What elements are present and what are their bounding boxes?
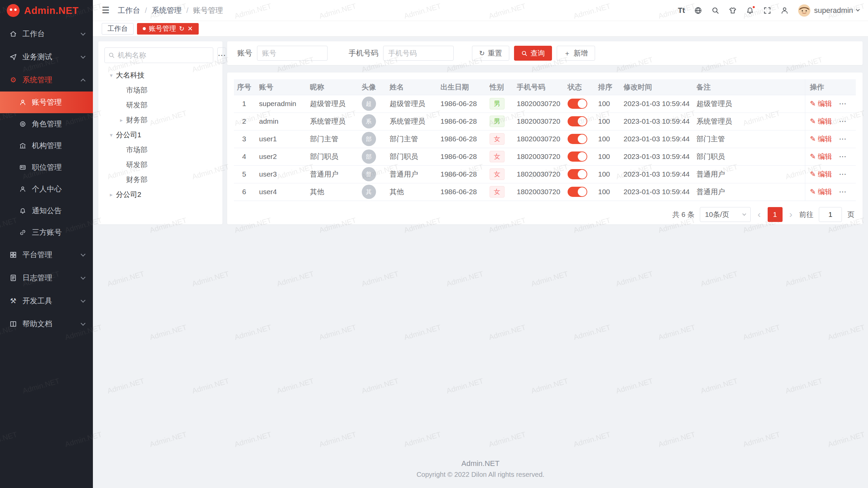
status-toggle[interactable] — [568, 99, 587, 109]
edit-button[interactable]: ✎编辑 — [810, 152, 832, 161]
status-toggle[interactable] — [568, 169, 587, 179]
tree-node[interactable]: ▸财务部 — [104, 113, 216, 127]
edit-button[interactable]: ✎编辑 — [810, 117, 832, 126]
goto-page-input[interactable] — [819, 207, 842, 222]
tab-workbench[interactable]: 工作台 — [102, 23, 134, 35]
status-toggle[interactable] — [568, 134, 587, 144]
organization-icon — [18, 142, 28, 149]
table-row: 3 user1 部门主管 部 部门主管 1986-06-28 女 1802003… — [234, 130, 856, 148]
chevron-down-icon — [81, 274, 85, 279]
chevron-down-icon — [81, 251, 85, 256]
account-input[interactable] — [257, 46, 328, 61]
tab-account-mgmt[interactable]: 账号管理 ↻ ✕ — [137, 23, 199, 35]
logo-text: Admin.NET — [24, 5, 79, 16]
plus-icon: ＋ — [564, 50, 571, 57]
status-toggle[interactable] — [568, 151, 587, 162]
more-actions-button[interactable]: ⋯ — [839, 152, 846, 161]
breadcrumb-item[interactable]: 工作台 — [118, 5, 140, 16]
close-icon[interactable]: ✕ — [188, 25, 193, 33]
notification-bell-icon[interactable] — [746, 6, 754, 15]
sidebar-item-third-party[interactable]: 三方账号 — [0, 222, 93, 243]
edit-button[interactable]: ✎编辑 — [810, 169, 832, 179]
tree-node[interactable]: ▸分公司2 — [104, 187, 216, 202]
theme-icon[interactable] — [729, 6, 737, 15]
tree-node[interactable]: 财务部 — [104, 172, 216, 187]
tree-node[interactable]: 研发部 — [104, 157, 216, 172]
caret-icon[interactable]: ▾ — [106, 132, 116, 138]
caret-icon[interactable]: ▾ — [106, 72, 116, 79]
org-search-input[interactable] — [118, 51, 210, 59]
refresh-icon: ↻ — [479, 50, 485, 57]
reset-button[interactable]: ↻ 重置 — [472, 46, 509, 61]
breadcrumb: 工作台 / 系统管理 / 账号管理 — [118, 5, 223, 16]
status-toggle[interactable] — [568, 187, 587, 197]
tree-node[interactable]: 研发部 — [104, 98, 216, 113]
sidebar-item-personal-center[interactable]: 个人中心 — [0, 178, 93, 200]
more-actions-button[interactable]: ⋯ — [839, 99, 846, 108]
sidebar-item-workbench[interactable]: 工作台 — [0, 22, 93, 45]
edit-button[interactable]: ✎编辑 — [810, 187, 832, 197]
home-icon — [8, 30, 18, 38]
table-row: 5 user3 普通用户 普 普通用户 1986-06-28 女 1802003… — [234, 165, 856, 183]
prev-page-button[interactable]: ‹ — [756, 209, 762, 220]
tree-node[interactable]: ▾分公司1 — [104, 127, 216, 142]
org-search-box — [104, 47, 213, 63]
link-icon — [18, 229, 28, 236]
refresh-icon[interactable]: ↻ — [179, 25, 184, 33]
hamburger-menu-button[interactable]: ☰ — [102, 5, 110, 16]
table-row: 4 user2 部门职员 部 部门职员 1986-06-28 女 1802003… — [234, 148, 856, 165]
content: ⋯ ▾大名科技 市场部 研发部 ▸财务部 ▾分公司1 市场部 研发部 财务部 ▸… — [93, 37, 868, 488]
tools-icon: ⚒ — [8, 297, 18, 305]
current-page[interactable]: 1 — [768, 207, 783, 222]
status-toggle[interactable] — [568, 116, 587, 126]
search-icon[interactable] — [711, 6, 719, 15]
avatar: 其 — [362, 185, 376, 199]
document-icon — [8, 274, 18, 282]
sidebar-item-system-mgmt[interactable]: ⚙ 系统管理 — [0, 68, 93, 92]
breadcrumb-separator: / — [145, 6, 147, 15]
breadcrumb-item[interactable]: 系统管理 — [152, 5, 181, 16]
user-panel-icon[interactable] — [781, 6, 789, 15]
font-size-icon[interactable]: Tt — [678, 6, 685, 15]
more-actions-button[interactable]: ⋯ — [839, 187, 846, 196]
avatar: 部 — [362, 132, 376, 146]
gender-badge: 女 — [490, 168, 505, 180]
sidebar-item-platform-mgmt[interactable]: 平台管理 — [0, 243, 93, 266]
search-icon — [521, 50, 528, 57]
tree-node[interactable]: 市场部 — [104, 142, 216, 157]
sidebar-item-role-mgmt[interactable]: 角色管理 — [0, 113, 93, 135]
caret-icon[interactable]: ▸ — [117, 117, 126, 123]
tree-node[interactable]: ▾大名科技 — [104, 68, 216, 83]
sidebar-item-announcements[interactable]: 通知公告 — [0, 200, 93, 222]
sidebar-item-position-mgmt[interactable]: 职位管理 — [0, 157, 93, 178]
sidebar-item-org-mgmt[interactable]: 机构管理 — [0, 135, 93, 157]
sidebar-item-log-mgmt[interactable]: 日志管理 — [0, 266, 93, 289]
globe-icon[interactable] — [694, 6, 702, 15]
chevron-down-icon — [81, 321, 85, 325]
search-button[interactable]: 查询 — [514, 46, 552, 61]
more-actions-button[interactable]: ⋯ — [839, 170, 846, 178]
more-actions-button[interactable]: ⋯ — [839, 135, 846, 143]
tree-node[interactable]: 市场部 — [104, 83, 216, 98]
edit-button[interactable]: ✎编辑 — [810, 99, 832, 108]
sidebar-item-dev-tools[interactable]: ⚒ 开发工具 — [0, 289, 93, 312]
caret-icon[interactable]: ▸ — [106, 191, 116, 198]
more-actions-button[interactable]: ⋯ — [839, 117, 846, 125]
table-panel: 序号 账号 昵称 头像 姓名 出生日期 性别 手机号码 状态 排序 — [227, 73, 863, 224]
edit-button[interactable]: ✎编辑 — [810, 134, 832, 144]
fullscreen-icon[interactable] — [763, 6, 771, 15]
sidebar-item-account-mgmt[interactable]: 账号管理 — [0, 92, 93, 113]
phone-input[interactable] — [383, 46, 454, 61]
avatar: 普 — [362, 167, 376, 181]
next-page-button[interactable]: › — [788, 209, 794, 220]
sidebar-item-help-docs[interactable]: 帮助文档 — [0, 312, 93, 336]
goto-label: 前往 — [799, 210, 813, 219]
user-menu[interactable]: superadmin — [798, 4, 859, 17]
sidebar-item-business-test[interactable]: 业务测试 — [0, 45, 93, 68]
chevron-up-icon — [81, 78, 85, 83]
avatar: 部 — [362, 149, 376, 164]
more-button[interactable]: ⋯ — [217, 47, 226, 63]
page-size-select[interactable]: 10条/页 — [700, 207, 751, 222]
notification-badge — [752, 5, 755, 9]
add-button[interactable]: ＋ 新增 — [557, 46, 595, 61]
